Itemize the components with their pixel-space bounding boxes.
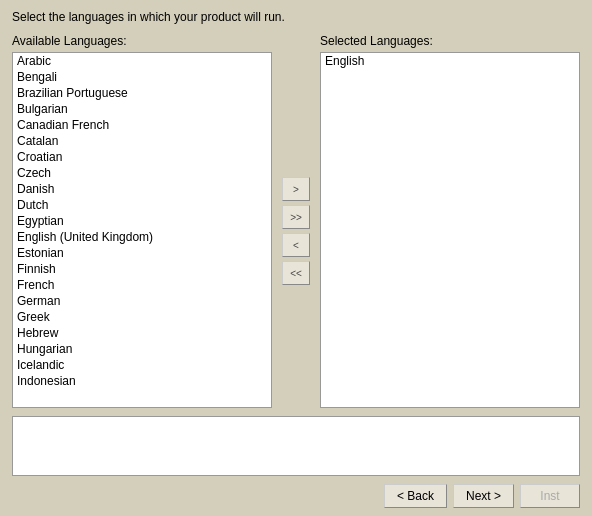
add-one-button[interactable]: >: [282, 177, 310, 201]
available-language-item[interactable]: Finnish: [13, 261, 271, 277]
available-language-item[interactable]: Czech: [13, 165, 271, 181]
bottom-navigation: < Back Next > Inst: [12, 484, 580, 508]
available-language-item[interactable]: Brazilian Portuguese: [13, 85, 271, 101]
available-language-item[interactable]: German: [13, 293, 271, 309]
available-column: Available Languages: ArabicBengaliBrazil…: [12, 34, 272, 408]
available-language-item[interactable]: French: [13, 277, 271, 293]
available-language-item[interactable]: Dutch: [13, 197, 271, 213]
remove-one-button[interactable]: <: [282, 233, 310, 257]
available-languages-list[interactable]: ArabicBengaliBrazilian PortugueseBulgari…: [12, 52, 272, 408]
available-language-item[interactable]: Greek: [13, 309, 271, 325]
available-language-item[interactable]: English (United Kingdom): [13, 229, 271, 245]
available-language-item[interactable]: Estonian: [13, 245, 271, 261]
available-language-item[interactable]: Danish: [13, 181, 271, 197]
available-language-item[interactable]: Hungarian: [13, 341, 271, 357]
instruction-text: Select the languages in which your produ…: [12, 10, 580, 24]
selected-label: Selected Languages:: [320, 34, 580, 48]
available-language-item[interactable]: Icelandic: [13, 357, 271, 373]
available-language-item[interactable]: Croatian: [13, 149, 271, 165]
add-all-button[interactable]: >>: [282, 205, 310, 229]
install-button[interactable]: Inst: [520, 484, 580, 508]
selected-language-item[interactable]: English: [321, 53, 579, 69]
available-language-item[interactable]: Indonesian: [13, 373, 271, 389]
remove-all-button[interactable]: <<: [282, 261, 310, 285]
available-language-item[interactable]: Bengali: [13, 69, 271, 85]
lists-area: Available Languages: ArabicBengaliBrazil…: [12, 34, 580, 408]
selected-column: Selected Languages: English: [320, 34, 580, 408]
available-language-item[interactable]: Bulgarian: [13, 101, 271, 117]
available-language-item[interactable]: Egyptian: [13, 213, 271, 229]
selected-languages-list[interactable]: English: [320, 52, 580, 408]
available-language-item[interactable]: Arabic: [13, 53, 271, 69]
available-language-item[interactable]: Canadian French: [13, 117, 271, 133]
available-language-item[interactable]: Hebrew: [13, 325, 271, 341]
next-button[interactable]: Next >: [453, 484, 514, 508]
description-box: [12, 416, 580, 476]
available-label: Available Languages:: [12, 34, 272, 48]
available-language-item[interactable]: Catalan: [13, 133, 271, 149]
transfer-buttons: > >> < <<: [278, 34, 314, 408]
back-button[interactable]: < Back: [384, 484, 447, 508]
